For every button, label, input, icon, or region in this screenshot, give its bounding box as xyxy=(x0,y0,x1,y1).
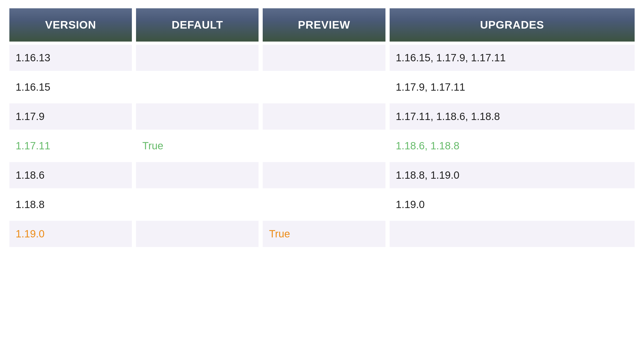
versions-table: VERSION DEFAULT PREVIEW UPGRADES 1.16.13… xyxy=(5,5,639,250)
cell-version: 1.18.8 xyxy=(9,191,132,218)
cell-preview xyxy=(263,133,385,159)
cell-default xyxy=(136,221,259,247)
header-upgrades: UPGRADES xyxy=(390,8,635,42)
cell-version: 1.16.13 xyxy=(9,45,132,71)
cell-preview xyxy=(263,162,385,188)
cell-upgrades: 1.18.6, 1.18.8 xyxy=(390,133,635,159)
table-row: 1.16.13 1.16.15, 1.17.9, 1.17.11 xyxy=(9,45,635,71)
cell-upgrades: 1.17.9, 1.17.11 xyxy=(390,74,635,100)
cell-upgrades xyxy=(390,221,635,247)
cell-default xyxy=(136,162,259,188)
cell-preview: True xyxy=(263,221,385,247)
cell-upgrades: 1.18.8, 1.19.0 xyxy=(390,162,635,188)
cell-default: True xyxy=(136,133,259,159)
versions-table-container: VERSION DEFAULT PREVIEW UPGRADES 1.16.13… xyxy=(5,5,639,250)
cell-preview xyxy=(263,191,385,218)
table-row: 1.17.11 True 1.18.6, 1.18.8 xyxy=(9,133,635,159)
header-preview: PREVIEW xyxy=(263,8,385,42)
cell-preview xyxy=(263,45,385,71)
table-row: 1.19.0 True xyxy=(9,221,635,247)
cell-upgrades: 1.16.15, 1.17.9, 1.17.11 xyxy=(390,45,635,71)
cell-version: 1.16.15 xyxy=(9,74,132,100)
cell-preview xyxy=(263,103,385,130)
table-row: 1.16.15 1.17.9, 1.17.11 xyxy=(9,74,635,100)
header-default: DEFAULT xyxy=(136,8,259,42)
table-body: 1.16.13 1.16.15, 1.17.9, 1.17.11 1.16.15… xyxy=(9,45,635,247)
cell-version: 1.18.6 xyxy=(9,162,132,188)
table-header-row: VERSION DEFAULT PREVIEW UPGRADES xyxy=(9,8,635,42)
cell-default xyxy=(136,103,259,130)
cell-default xyxy=(136,191,259,218)
table-row: 1.18.8 1.19.0 xyxy=(9,191,635,218)
cell-upgrades: 1.19.0 xyxy=(390,191,635,218)
cell-preview xyxy=(263,74,385,100)
table-row: 1.17.9 1.17.11, 1.18.6, 1.18.8 xyxy=(9,103,635,130)
cell-version: 1.17.11 xyxy=(9,133,132,159)
cell-version: 1.19.0 xyxy=(9,221,132,247)
table-row: 1.18.6 1.18.8, 1.19.0 xyxy=(9,162,635,188)
cell-default xyxy=(136,45,259,71)
cell-version: 1.17.9 xyxy=(9,103,132,130)
cell-upgrades: 1.17.11, 1.18.6, 1.18.8 xyxy=(390,103,635,130)
cell-default xyxy=(136,74,259,100)
header-version: VERSION xyxy=(9,8,132,42)
